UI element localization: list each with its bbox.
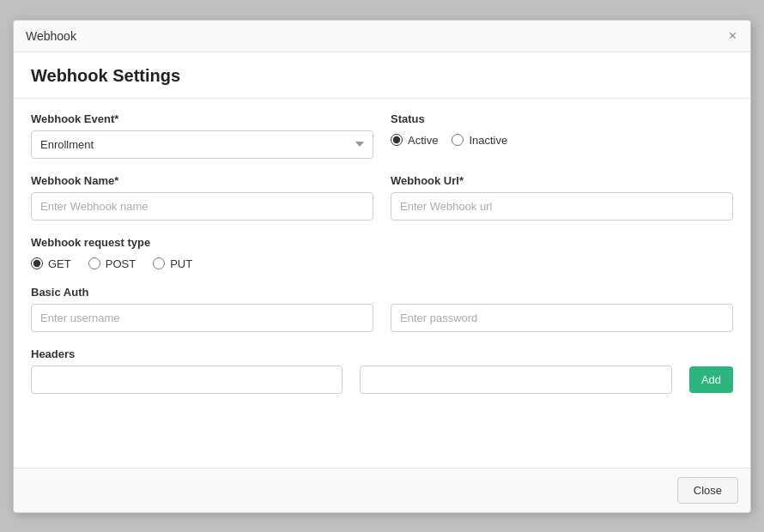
basic-auth-group: Basic Auth xyxy=(31,286,733,332)
webhook-modal: Webhook × Webhook Settings Webhook Event… xyxy=(13,20,751,513)
headers-inputs-row: Add xyxy=(31,366,733,394)
add-button-group: Add xyxy=(689,366,733,393)
headers-value-input[interactable] xyxy=(360,366,671,394)
request-type-put-text: PUT xyxy=(170,257,192,270)
modal-scroll-area[interactable]: Webhook Settings Webhook Event* Enrollme… xyxy=(14,52,750,468)
modal-close-button[interactable]: × xyxy=(727,29,738,43)
request-type-post-text: POST xyxy=(106,257,136,270)
request-type-radio-group: GET POST PUT xyxy=(31,254,373,270)
headers-key-group xyxy=(31,366,343,394)
basic-auth-label: Basic Auth xyxy=(31,286,733,299)
status-active-radio[interactable] xyxy=(391,134,403,146)
webhook-event-label: Webhook Event* xyxy=(31,112,373,125)
password-input[interactable] xyxy=(391,304,733,332)
close-button[interactable]: Close xyxy=(677,477,738,504)
headers-key-input[interactable] xyxy=(31,366,343,394)
form-row-2: Webhook Name* Webhook Url* xyxy=(31,174,733,221)
request-type-get-text: GET xyxy=(48,257,71,270)
webhook-name-group: Webhook Name* xyxy=(31,174,373,221)
username-input[interactable] xyxy=(31,304,373,332)
status-radio-group: Active Inactive xyxy=(391,130,733,147)
status-inactive-text: Inactive xyxy=(469,134,507,147)
username-group xyxy=(31,304,373,332)
webhook-name-input[interactable] xyxy=(31,192,373,221)
webhook-name-label: Webhook Name* xyxy=(31,174,373,187)
form-row-3: Webhook request type GET POST xyxy=(31,236,733,270)
webhook-url-input[interactable] xyxy=(391,192,733,221)
request-type-get-radio[interactable] xyxy=(31,257,43,269)
settings-title: Webhook Settings xyxy=(31,66,733,86)
request-type-group: Webhook request type GET POST xyxy=(31,236,373,270)
status-label: Status xyxy=(391,112,733,125)
form-row-1: Webhook Event* Enrollment Status Active xyxy=(31,112,733,159)
basic-auth-inputs xyxy=(31,304,733,332)
status-group: Status Active Inactive xyxy=(391,112,733,159)
headers-group: Headers Add xyxy=(31,348,733,394)
webhook-url-label: Webhook Url* xyxy=(391,174,733,187)
request-type-put-radio[interactable] xyxy=(153,257,165,269)
form-row-5: Headers Add xyxy=(31,348,733,394)
modal-overlay: Webhook × Webhook Settings Webhook Event… xyxy=(9,13,755,519)
modal-body: Webhook Settings Webhook Event* Enrollme… xyxy=(14,52,750,468)
webhook-event-group: Webhook Event* Enrollment xyxy=(31,112,373,159)
modal-header: Webhook × xyxy=(14,21,750,52)
status-inactive-radio-label[interactable]: Inactive xyxy=(452,134,507,147)
request-type-post-label[interactable]: POST xyxy=(88,257,136,270)
form-row-4: Basic Auth xyxy=(31,286,733,332)
request-type-spacer xyxy=(391,236,733,270)
request-type-put-label[interactable]: PUT xyxy=(153,257,192,270)
status-active-text: Active xyxy=(408,134,438,147)
status-inactive-radio[interactable] xyxy=(452,134,464,146)
add-header-button[interactable]: Add xyxy=(689,366,733,393)
webhook-event-select[interactable]: Enrollment xyxy=(31,130,373,159)
password-group xyxy=(391,304,733,332)
request-type-get-label[interactable]: GET xyxy=(31,257,71,270)
headers-label: Headers xyxy=(31,348,733,360)
settings-header: Webhook Settings xyxy=(14,52,750,99)
modal-title: Webhook xyxy=(26,29,76,43)
request-type-post-radio[interactable] xyxy=(88,257,100,269)
modal-footer: Close xyxy=(14,468,750,512)
request-type-label: Webhook request type xyxy=(31,236,373,249)
webhook-url-group: Webhook Url* xyxy=(391,174,733,221)
headers-value-group xyxy=(360,366,671,394)
form-section: Webhook Event* Enrollment Status Active xyxy=(14,99,750,408)
status-active-radio-label[interactable]: Active xyxy=(391,134,438,147)
